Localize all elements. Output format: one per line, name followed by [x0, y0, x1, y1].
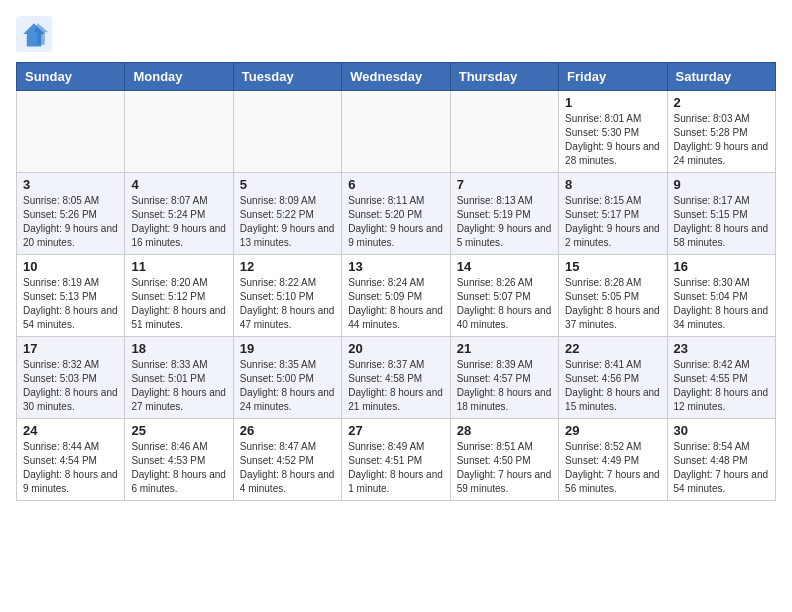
- day-header-sunday: Sunday: [17, 63, 125, 91]
- calendar-cell: 5Sunrise: 8:09 AM Sunset: 5:22 PM Daylig…: [233, 173, 341, 255]
- calendar-cell: 4Sunrise: 8:07 AM Sunset: 5:24 PM Daylig…: [125, 173, 233, 255]
- day-info: Sunrise: 8:15 AM Sunset: 5:17 PM Dayligh…: [565, 194, 660, 250]
- calendar-cell: 26Sunrise: 8:47 AM Sunset: 4:52 PM Dayli…: [233, 419, 341, 501]
- day-number: 5: [240, 177, 335, 192]
- calendar-cell: 25Sunrise: 8:46 AM Sunset: 4:53 PM Dayli…: [125, 419, 233, 501]
- day-number: 14: [457, 259, 552, 274]
- day-number: 24: [23, 423, 118, 438]
- day-info: Sunrise: 8:05 AM Sunset: 5:26 PM Dayligh…: [23, 194, 118, 250]
- day-number: 18: [131, 341, 226, 356]
- day-info: Sunrise: 8:42 AM Sunset: 4:55 PM Dayligh…: [674, 358, 769, 414]
- day-info: Sunrise: 8:47 AM Sunset: 4:52 PM Dayligh…: [240, 440, 335, 496]
- calendar-cell: [125, 91, 233, 173]
- day-number: 20: [348, 341, 443, 356]
- day-number: 9: [674, 177, 769, 192]
- calendar-cell: 8Sunrise: 8:15 AM Sunset: 5:17 PM Daylig…: [559, 173, 667, 255]
- calendar-cell: 1Sunrise: 8:01 AM Sunset: 5:30 PM Daylig…: [559, 91, 667, 173]
- calendar-week-row: 17Sunrise: 8:32 AM Sunset: 5:03 PM Dayli…: [17, 337, 776, 419]
- calendar-cell: 15Sunrise: 8:28 AM Sunset: 5:05 PM Dayli…: [559, 255, 667, 337]
- day-info: Sunrise: 8:46 AM Sunset: 4:53 PM Dayligh…: [131, 440, 226, 496]
- calendar-cell: [233, 91, 341, 173]
- calendar-cell: 19Sunrise: 8:35 AM Sunset: 5:00 PM Dayli…: [233, 337, 341, 419]
- day-info: Sunrise: 8:37 AM Sunset: 4:58 PM Dayligh…: [348, 358, 443, 414]
- day-info: Sunrise: 8:41 AM Sunset: 4:56 PM Dayligh…: [565, 358, 660, 414]
- day-number: 26: [240, 423, 335, 438]
- logo-icon: [16, 16, 52, 52]
- calendar-cell: 21Sunrise: 8:39 AM Sunset: 4:57 PM Dayli…: [450, 337, 558, 419]
- day-number: 19: [240, 341, 335, 356]
- day-number: 3: [23, 177, 118, 192]
- day-number: 17: [23, 341, 118, 356]
- day-info: Sunrise: 8:17 AM Sunset: 5:15 PM Dayligh…: [674, 194, 769, 250]
- day-header-saturday: Saturday: [667, 63, 775, 91]
- calendar-cell: [450, 91, 558, 173]
- day-number: 23: [674, 341, 769, 356]
- day-number: 8: [565, 177, 660, 192]
- calendar-cell: 27Sunrise: 8:49 AM Sunset: 4:51 PM Dayli…: [342, 419, 450, 501]
- calendar-cell: 16Sunrise: 8:30 AM Sunset: 5:04 PM Dayli…: [667, 255, 775, 337]
- calendar-cell: 20Sunrise: 8:37 AM Sunset: 4:58 PM Dayli…: [342, 337, 450, 419]
- day-info: Sunrise: 8:09 AM Sunset: 5:22 PM Dayligh…: [240, 194, 335, 250]
- calendar-cell: 9Sunrise: 8:17 AM Sunset: 5:15 PM Daylig…: [667, 173, 775, 255]
- day-number: 25: [131, 423, 226, 438]
- calendar-cell: [17, 91, 125, 173]
- day-info: Sunrise: 8:33 AM Sunset: 5:01 PM Dayligh…: [131, 358, 226, 414]
- day-info: Sunrise: 8:22 AM Sunset: 5:10 PM Dayligh…: [240, 276, 335, 332]
- calendar-cell: 28Sunrise: 8:51 AM Sunset: 4:50 PM Dayli…: [450, 419, 558, 501]
- day-number: 4: [131, 177, 226, 192]
- calendar-table: SundayMondayTuesdayWednesdayThursdayFrid…: [16, 62, 776, 501]
- day-number: 6: [348, 177, 443, 192]
- day-info: Sunrise: 8:07 AM Sunset: 5:24 PM Dayligh…: [131, 194, 226, 250]
- calendar-week-row: 24Sunrise: 8:44 AM Sunset: 4:54 PM Dayli…: [17, 419, 776, 501]
- calendar-cell: 14Sunrise: 8:26 AM Sunset: 5:07 PM Dayli…: [450, 255, 558, 337]
- calendar-cell: 2Sunrise: 8:03 AM Sunset: 5:28 PM Daylig…: [667, 91, 775, 173]
- calendar-cell: 23Sunrise: 8:42 AM Sunset: 4:55 PM Dayli…: [667, 337, 775, 419]
- day-number: 15: [565, 259, 660, 274]
- calendar-cell: 10Sunrise: 8:19 AM Sunset: 5:13 PM Dayli…: [17, 255, 125, 337]
- calendar-week-row: 3Sunrise: 8:05 AM Sunset: 5:26 PM Daylig…: [17, 173, 776, 255]
- day-number: 27: [348, 423, 443, 438]
- day-number: 28: [457, 423, 552, 438]
- calendar-cell: 17Sunrise: 8:32 AM Sunset: 5:03 PM Dayli…: [17, 337, 125, 419]
- day-number: 10: [23, 259, 118, 274]
- calendar-cell: [342, 91, 450, 173]
- calendar-header-row: SundayMondayTuesdayWednesdayThursdayFrid…: [17, 63, 776, 91]
- day-number: 22: [565, 341, 660, 356]
- day-info: Sunrise: 8:11 AM Sunset: 5:20 PM Dayligh…: [348, 194, 443, 250]
- day-info: Sunrise: 8:30 AM Sunset: 5:04 PM Dayligh…: [674, 276, 769, 332]
- calendar-cell: 13Sunrise: 8:24 AM Sunset: 5:09 PM Dayli…: [342, 255, 450, 337]
- logo: [16, 16, 56, 52]
- calendar-cell: 29Sunrise: 8:52 AM Sunset: 4:49 PM Dayli…: [559, 419, 667, 501]
- day-info: Sunrise: 8:49 AM Sunset: 4:51 PM Dayligh…: [348, 440, 443, 496]
- calendar-cell: 12Sunrise: 8:22 AM Sunset: 5:10 PM Dayli…: [233, 255, 341, 337]
- day-number: 29: [565, 423, 660, 438]
- day-info: Sunrise: 8:32 AM Sunset: 5:03 PM Dayligh…: [23, 358, 118, 414]
- calendar-cell: 24Sunrise: 8:44 AM Sunset: 4:54 PM Dayli…: [17, 419, 125, 501]
- calendar-cell: 7Sunrise: 8:13 AM Sunset: 5:19 PM Daylig…: [450, 173, 558, 255]
- calendar-week-row: 10Sunrise: 8:19 AM Sunset: 5:13 PM Dayli…: [17, 255, 776, 337]
- day-info: Sunrise: 8:01 AM Sunset: 5:30 PM Dayligh…: [565, 112, 660, 168]
- day-info: Sunrise: 8:19 AM Sunset: 5:13 PM Dayligh…: [23, 276, 118, 332]
- day-number: 21: [457, 341, 552, 356]
- page-header: [16, 16, 776, 52]
- day-header-tuesday: Tuesday: [233, 63, 341, 91]
- day-header-thursday: Thursday: [450, 63, 558, 91]
- calendar-week-row: 1Sunrise: 8:01 AM Sunset: 5:30 PM Daylig…: [17, 91, 776, 173]
- calendar-cell: 3Sunrise: 8:05 AM Sunset: 5:26 PM Daylig…: [17, 173, 125, 255]
- day-info: Sunrise: 8:24 AM Sunset: 5:09 PM Dayligh…: [348, 276, 443, 332]
- day-info: Sunrise: 8:54 AM Sunset: 4:48 PM Dayligh…: [674, 440, 769, 496]
- day-number: 1: [565, 95, 660, 110]
- day-header-friday: Friday: [559, 63, 667, 91]
- day-info: Sunrise: 8:35 AM Sunset: 5:00 PM Dayligh…: [240, 358, 335, 414]
- day-info: Sunrise: 8:26 AM Sunset: 5:07 PM Dayligh…: [457, 276, 552, 332]
- day-info: Sunrise: 8:03 AM Sunset: 5:28 PM Dayligh…: [674, 112, 769, 168]
- day-number: 13: [348, 259, 443, 274]
- day-number: 16: [674, 259, 769, 274]
- day-number: 11: [131, 259, 226, 274]
- day-number: 30: [674, 423, 769, 438]
- day-number: 7: [457, 177, 552, 192]
- day-header-monday: Monday: [125, 63, 233, 91]
- day-info: Sunrise: 8:52 AM Sunset: 4:49 PM Dayligh…: [565, 440, 660, 496]
- calendar-cell: 18Sunrise: 8:33 AM Sunset: 5:01 PM Dayli…: [125, 337, 233, 419]
- calendar-cell: 6Sunrise: 8:11 AM Sunset: 5:20 PM Daylig…: [342, 173, 450, 255]
